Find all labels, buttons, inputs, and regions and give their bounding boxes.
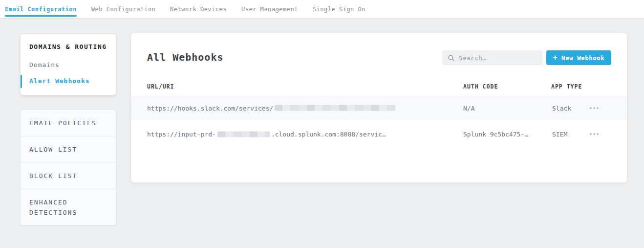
active-tab-underline	[5, 15, 77, 17]
ellipsis-menu-icon	[590, 133, 599, 135]
new-webhook-button[interactable]: + New Webhook	[546, 50, 611, 65]
search-input[interactable]	[459, 54, 537, 62]
url-text: https://input-prd-	[147, 131, 216, 138]
app-type-cell: SIEM	[552, 131, 567, 138]
policies-card: EMAIL POLICIES ALLOW LIST BLOCK LIST ENH…	[21, 110, 116, 225]
tab-label: Email Configuration	[5, 6, 77, 13]
url-text-suffix: .cloud.splunk.com:8088/servic…	[271, 131, 386, 138]
new-webhook-label: New Webhook	[561, 54, 604, 62]
row-menu-button[interactable]	[589, 130, 600, 138]
tab-user-management[interactable]: User Management	[241, 0, 298, 18]
tab-network-devices[interactable]: Network Devices	[170, 0, 227, 18]
tab-email-configuration[interactable]: Email Configuration	[5, 0, 77, 18]
app-type-cell: Slack	[552, 104, 571, 112]
plus-icon: +	[553, 54, 558, 62]
table-header-row: URL/URI AUTH CODE APP TYPE	[131, 83, 627, 91]
redacted-url-segment	[217, 131, 270, 137]
sidebar-item-allow-list[interactable]: ALLOW LIST	[21, 136, 116, 163]
sidebar-item-enhanced-detections[interactable]: ENHANCED DETECTIONS	[21, 189, 116, 225]
search-box[interactable]	[442, 50, 542, 65]
sidebar-item-alert-webhooks[interactable]: Alert Webhooks	[29, 77, 90, 85]
sidebar-item-email-policies[interactable]: EMAIL POLICIES	[21, 110, 116, 136]
url-text: https://hooks.slack.com/services/	[147, 104, 273, 112]
top-nav-bar: Email Configuration Web Configuration Ne…	[0, 0, 644, 18]
webhook-url-cell: https://hooks.slack.com/services/	[147, 104, 397, 112]
table-row: https://hooks.slack.com/services/ N/A Sl…	[131, 96, 627, 120]
tab-label: Single Sign On	[313, 6, 365, 13]
redacted-url-segment	[275, 105, 395, 111]
sidebar-item-block-list[interactable]: BLOCK LIST	[21, 163, 116, 189]
domains-routing-heading: DOMAINS & ROUTING	[29, 43, 107, 50]
webhook-url-cell: https://input-prd- .cloud.splunk.com:808…	[147, 131, 386, 138]
tab-label: Network Devices	[170, 6, 227, 13]
table-row: https://input-prd- .cloud.splunk.com:808…	[131, 120, 627, 148]
column-header-app-type: APP TYPE	[551, 83, 582, 90]
search-icon	[448, 55, 454, 61]
webhooks-panel: All Webhooks + New Webhook URL/URI AUTH …	[131, 33, 627, 182]
tab-web-configuration[interactable]: Web Configuration	[91, 0, 155, 18]
column-header-auth-code: AUTH CODE	[463, 83, 498, 90]
tab-label: Web Configuration	[91, 6, 155, 13]
sidebar-item-domains[interactable]: Domains	[29, 61, 60, 68]
auth-code-cell: Splunk 9c5bc475-…	[463, 131, 528, 138]
row-menu-button[interactable]	[589, 104, 600, 112]
auth-code-cell: N/A	[463, 104, 474, 112]
tab-single-sign-on[interactable]: Single Sign On	[313, 0, 365, 18]
column-header-url: URL/URI	[147, 83, 174, 90]
domains-routing-card: DOMAINS & ROUTING Domains Alert Webhooks	[21, 34, 116, 95]
page-title: All Webhooks	[147, 51, 224, 63]
tab-label: User Management	[241, 6, 298, 13]
active-item-indicator-bar	[21, 75, 22, 88]
ellipsis-menu-icon	[590, 107, 599, 109]
